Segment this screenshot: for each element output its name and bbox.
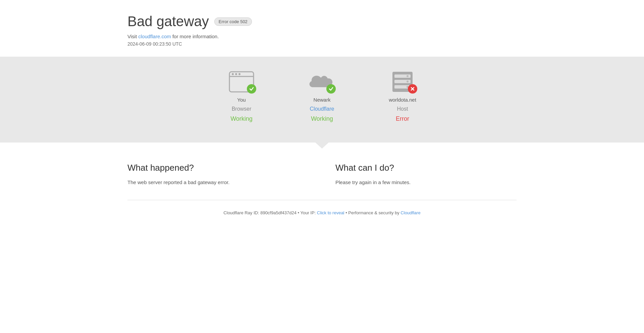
cloudflare-label: Cloudflare bbox=[310, 106, 334, 112]
status-item-host: worldota.net Host Error bbox=[382, 70, 423, 122]
timestamp: 2024-06-09 00:23:50 UTC bbox=[127, 41, 644, 47]
cloudflare-footer-link[interactable]: Cloudflare bbox=[400, 210, 420, 215]
what-happened-col: What happened? The web server reported a… bbox=[127, 163, 309, 186]
error-badge: Error code 502 bbox=[214, 17, 252, 26]
what-can-i-do-heading: What can I do? bbox=[335, 163, 517, 173]
ip-label: Your IP: bbox=[300, 210, 317, 215]
visit-text: Visit cloudflare.com for more informatio… bbox=[127, 34, 644, 39]
svg-point-4 bbox=[238, 73, 240, 75]
header-section: Bad gateway Error code 502 Visit cloudfl… bbox=[0, 0, 644, 57]
content-section: What happened? The web server reported a… bbox=[0, 143, 644, 200]
what-happened-text: The web server reported a bad gateway er… bbox=[127, 178, 309, 186]
x-icon bbox=[410, 86, 415, 92]
content-divider bbox=[127, 200, 517, 200]
host-status-value: Error bbox=[396, 115, 409, 122]
server-icon-container bbox=[389, 70, 416, 94]
check-icon-cloud bbox=[328, 86, 334, 92]
page-title: Bad gateway bbox=[127, 13, 209, 30]
svg-point-3 bbox=[235, 73, 237, 75]
click-to-reveal-button[interactable]: Click to reveal bbox=[317, 210, 344, 215]
what-can-i-do-col: What can I do? Please try again in a few… bbox=[335, 163, 517, 186]
perf-label: Performance & security by bbox=[348, 210, 400, 215]
status-section: You Browser Working Newark Cloudflare Wo… bbox=[0, 57, 644, 143]
cloudflare-link[interactable]: cloudflare.com bbox=[138, 34, 171, 39]
svg-point-9 bbox=[407, 75, 409, 77]
svg-point-2 bbox=[232, 73, 234, 75]
visit-prefix: Visit bbox=[127, 34, 138, 39]
browser-icon-container bbox=[228, 70, 255, 94]
status-item-cloudflare: Newark Cloudflare Working bbox=[302, 70, 342, 122]
cloudflare-status-value: Working bbox=[311, 115, 333, 122]
browser-node-name: You bbox=[237, 97, 246, 103]
status-item-browser: You Browser Working bbox=[221, 70, 262, 122]
cloud-icon-container bbox=[307, 70, 337, 94]
cloudflare-status-badge bbox=[326, 84, 336, 94]
what-can-i-do-text: Please try again in a few minutes. bbox=[335, 178, 517, 186]
host-node-name: worldota.net bbox=[389, 97, 416, 103]
ray-id: Cloudflare Ray ID: 890cf9a5df437d24 bbox=[223, 210, 297, 215]
svg-point-10 bbox=[407, 80, 409, 82]
browser-status-badge bbox=[247, 84, 256, 94]
what-happened-heading: What happened? bbox=[127, 163, 309, 173]
host-status-badge bbox=[408, 84, 417, 94]
cloudflare-node-name: Newark bbox=[314, 97, 331, 103]
browser-label: Browser bbox=[232, 106, 252, 112]
title-row: Bad gateway Error code 502 bbox=[127, 13, 644, 30]
footer-section: Cloudflare Ray ID: 890cf9a5df437d24 • Yo… bbox=[0, 207, 644, 219]
check-icon bbox=[249, 86, 254, 92]
browser-status-value: Working bbox=[230, 115, 253, 122]
host-label: Host bbox=[397, 106, 408, 112]
visit-suffix: for more information. bbox=[171, 34, 219, 39]
